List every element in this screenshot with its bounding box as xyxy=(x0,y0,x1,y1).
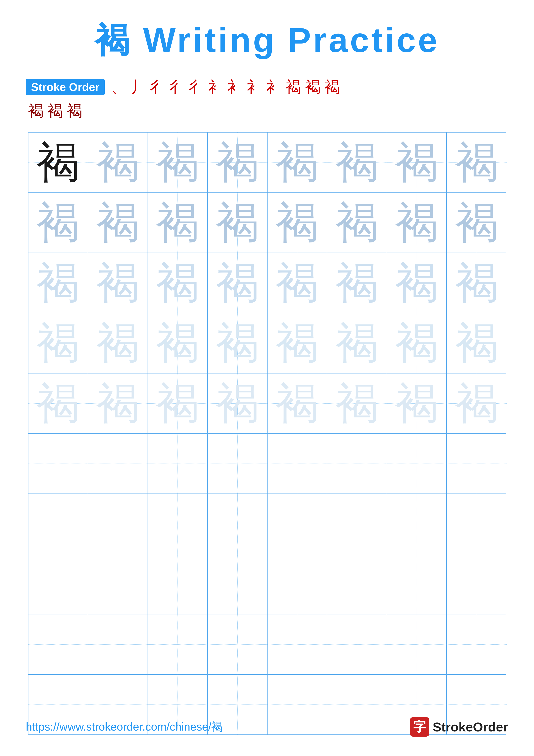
grid-cell-1-3: 褐 xyxy=(148,133,208,192)
grid-cell-1-1: 褐 xyxy=(28,133,88,192)
grid-cell-6-6 xyxy=(327,434,387,494)
strokeorder-logo-icon: 字 xyxy=(410,717,429,737)
cell-char: 褐 xyxy=(96,382,140,425)
grid-cell-3-7: 褐 xyxy=(387,253,447,313)
cell-char: 褐 xyxy=(156,261,199,305)
grid-cell-9-5 xyxy=(267,614,327,674)
grid-cell-7-2 xyxy=(88,494,148,554)
title-char: 褐 xyxy=(95,21,131,59)
grid-cell-6-7 xyxy=(387,434,447,494)
grid-cell-8-2 xyxy=(88,554,148,614)
grid-cell-8-1 xyxy=(28,554,88,614)
cell-char: 褐 xyxy=(156,141,199,184)
grid-cell-8-3 xyxy=(148,554,208,614)
stroke-order-row1: Stroke Order 、 丿 彳 彳 彳 衤 衤 衤 衤 褐 褐 褐 xyxy=(26,77,340,97)
grid-cell-3-8: 褐 xyxy=(447,253,507,313)
cell-char: 褐 xyxy=(216,322,259,364)
grid-cell-2-5: 褐 xyxy=(267,193,327,253)
grid-cell-5-2: 褐 xyxy=(88,373,148,433)
grid-cell-5-7: 褐 xyxy=(387,373,447,433)
grid-cell-6-5 xyxy=(267,434,327,494)
grid-cell-7-8 xyxy=(447,494,507,554)
grid-cell-1-8: 褐 xyxy=(447,133,507,192)
grid-cell-7-4 xyxy=(208,494,267,554)
grid-cell-6-1 xyxy=(28,434,88,494)
grid-cell-8-8 xyxy=(447,554,507,614)
stroke-order-badge: Stroke Order xyxy=(26,79,105,95)
grid-cell-4-7: 褐 xyxy=(387,313,447,373)
stroke-15: 褐 xyxy=(67,101,82,121)
grid-cell-7-6 xyxy=(327,494,387,554)
page: 褐 Writing Practice Stroke Order 、 丿 彳 彳 … xyxy=(0,0,534,756)
logo-text: StrokeOrder xyxy=(433,719,508,735)
grid-row-7 xyxy=(28,494,506,554)
grid-cell-4-3: 褐 xyxy=(148,313,208,373)
cell-char: 褐 xyxy=(216,261,259,305)
grid-cell-9-6 xyxy=(327,614,387,674)
grid-row-2: 褐 褐 褐 褐 褐 褐 褐 褐 xyxy=(28,193,506,253)
cell-char: 褐 xyxy=(275,322,318,364)
footer-url[interactable]: https://www.strokeorder.com/chinese/褐 xyxy=(26,719,222,735)
stroke-8: 衤 xyxy=(247,77,262,97)
stroke-7: 衤 xyxy=(227,77,243,97)
grid-row-4: 褐 褐 褐 褐 褐 褐 褐 褐 xyxy=(28,313,506,374)
cell-char: 褐 xyxy=(156,382,199,425)
grid-cell-4-4: 褐 xyxy=(208,313,267,373)
grid-cell-4-6: 褐 xyxy=(327,313,387,373)
stroke-6: 衤 xyxy=(208,77,224,97)
grid-cell-7-3 xyxy=(148,494,208,554)
grid-cell-5-8: 褐 xyxy=(447,373,507,433)
grid-cell-2-3: 褐 xyxy=(148,193,208,253)
grid-cell-6-4 xyxy=(208,434,267,494)
grid-cell-4-5: 褐 xyxy=(267,313,327,373)
grid-cell-3-6: 褐 xyxy=(327,253,387,313)
stroke-10: 褐 xyxy=(286,77,301,97)
grid-cell-8-5 xyxy=(267,554,327,614)
grid-cell-9-4 xyxy=(208,614,267,674)
grid-cell-2-8: 褐 xyxy=(447,193,507,253)
grid-cell-3-4: 褐 xyxy=(208,253,267,313)
cell-char: 褐 xyxy=(335,201,378,244)
cell-char: 褐 xyxy=(335,322,378,364)
cell-char: 褐 xyxy=(335,141,378,184)
grid-cell-9-2 xyxy=(88,614,148,674)
stroke-12: 褐 xyxy=(324,77,340,97)
cell-char: 褐 xyxy=(455,201,498,244)
cell-char: 褐 xyxy=(395,382,438,425)
grid-cell-6-8 xyxy=(447,434,507,494)
grid-cell-2-4: 褐 xyxy=(208,193,267,253)
cell-char: 褐 xyxy=(455,261,498,305)
grid-cell-3-1: 褐 xyxy=(28,253,88,313)
cell-char: 褐 xyxy=(37,382,80,425)
grid-cell-5-5: 褐 xyxy=(267,373,327,433)
cell-char: 褐 xyxy=(37,322,80,364)
grid-cell-2-7: 褐 xyxy=(387,193,447,253)
stroke-chars-row1: 、 丿 彳 彳 彳 衤 衤 衤 衤 褐 褐 褐 xyxy=(111,77,340,97)
grid-cell-5-6: 褐 xyxy=(327,373,387,433)
grid-cell-3-5: 褐 xyxy=(267,253,327,313)
grid-cell-1-7: 褐 xyxy=(387,133,447,192)
grid-cell-3-2: 褐 xyxy=(88,253,148,313)
grid-cell-7-7 xyxy=(387,494,447,554)
grid-row-8 xyxy=(28,554,506,615)
cell-char: 褐 xyxy=(275,261,318,305)
cell-char: 褐 xyxy=(335,382,378,425)
cell-char: 褐 xyxy=(275,141,318,184)
stroke-3: 彳 xyxy=(150,77,165,97)
grid-cell-5-4: 褐 xyxy=(208,373,267,433)
practice-grid: 褐 褐 褐 褐 褐 褐 褐 褐 褐 褐 褐 褐 褐 褐 褐 褐 褐 褐 褐 褐 … xyxy=(28,132,506,735)
cell-char: 褐 xyxy=(96,201,140,244)
cell-char: 褐 xyxy=(395,141,438,184)
logo-char: 字 xyxy=(413,718,426,736)
grid-cell-9-1 xyxy=(28,614,88,674)
grid-cell-7-5 xyxy=(267,494,327,554)
grid-cell-1-5: 褐 xyxy=(267,133,327,192)
grid-cell-5-3: 褐 xyxy=(148,373,208,433)
cell-char: 褐 xyxy=(37,201,80,244)
grid-row-3: 褐 褐 褐 褐 褐 褐 褐 褐 xyxy=(28,253,506,313)
cell-char: 褐 xyxy=(395,261,438,305)
cell-char: 褐 xyxy=(455,141,498,184)
grid-cell-7-1 xyxy=(28,494,88,554)
footer-logo: 字 StrokeOrder xyxy=(410,717,508,737)
cell-char: 褐 xyxy=(455,382,498,425)
